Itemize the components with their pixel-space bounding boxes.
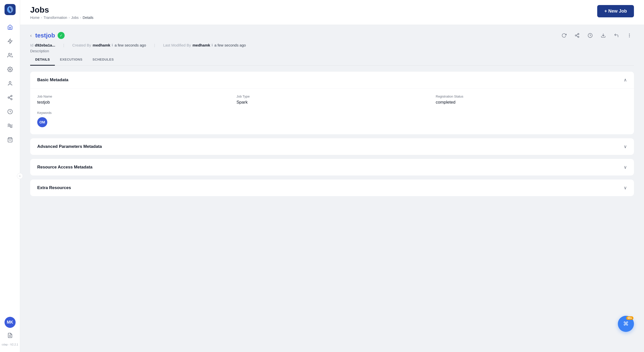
basic-metadata-body: Job Name testjob Job Type Spark Registra… [30,88,634,134]
job-name: testjob [35,32,55,39]
app-logo[interactable] [5,4,16,15]
field-registration-status: Registration Status completed [436,95,627,105]
tab-details[interactable]: DETAILS [30,54,55,66]
job-meta: Id d92eba1a... | Created By medhamk ℹ a … [30,43,634,47]
sidebar-item-bag[interactable] [4,134,16,146]
svg-marker-1 [8,39,12,43]
job-panel: ‹ testjob ✓ [20,25,644,206]
svg-point-2 [8,53,10,55]
meta-modified: Last Modified By medhamk ℹ a few seconds… [163,43,246,47]
notification-badge[interactable]: ⌘ 99+ [618,316,634,332]
meta-sep-2: | [154,43,155,47]
field-job-type-value: Spark [236,100,428,105]
meta-id-value: d92eba1a... [35,43,55,47]
breadcrumb-transformation[interactable]: Transformation [44,16,67,20]
svg-point-5 [11,95,12,97]
basic-metadata-chevron: ∧ [624,77,627,83]
job-description-label: Description [30,49,634,53]
more-icon[interactable] [625,31,634,40]
svg-point-7 [11,99,12,100]
sidebar-item-filter[interactable] [4,35,16,47]
created-info-icon: ℹ [112,43,113,47]
svg-line-17 [576,36,578,37]
page-header: Jobs Home › Transformation › Jobs › Deta… [20,0,644,25]
field-job-type: Job Type Spark [236,95,428,105]
resource-access-title: Resource Access Metadata [37,165,93,170]
page-title: Jobs [30,5,93,15]
sidebar-item-clock[interactable] [4,106,16,118]
breadcrumb-jobs[interactable]: Jobs [71,16,79,20]
content-area: ‹ testjob ✓ [20,25,644,352]
job-status-icon: ✓ [58,32,65,39]
sidebar-item-waves[interactable] [4,120,16,132]
field-reg-status-label: Registration Status [436,95,627,98]
download-icon[interactable] [599,31,608,40]
meta-modified-label: Last Modified By [163,43,191,47]
advanced-params-title: Advanced Parameters Metadata [37,144,102,149]
back-button[interactable]: ‹ [30,33,32,38]
header-left: Jobs Home › Transformation › Jobs › Deta… [30,5,93,20]
svg-point-14 [578,33,579,35]
meta-sep-1: | [63,43,64,47]
meta-created-time: a few seconds ago [114,43,146,47]
meta-id-label: Id [30,43,33,47]
field-job-name-label: Job Name [37,95,228,98]
tab-executions[interactable]: EXECUTIONS [55,54,88,66]
sidebar-expand-btn[interactable]: › [17,173,23,179]
docs-icon[interactable] [5,330,16,341]
svg-point-6 [8,97,9,98]
sidebar: › MK cdap - V2.2.1 [0,0,20,352]
meta-created-by: medhamk [93,43,110,47]
extra-resources-header[interactable]: Extra Resources ∨ [30,180,634,196]
svg-point-15 [575,35,577,36]
app-version: cdap - V2.2.1 [2,343,18,348]
refresh-icon[interactable] [559,31,569,40]
meta-id: Id d92eba1a... [30,43,55,47]
notification-count: 99+ [626,316,633,320]
user-avatar[interactable]: MK [5,317,16,328]
sidebar-item-users[interactable] [4,49,16,61]
tabs-bar: DETAILS EXECUTIONS SCHEDULES [30,54,634,66]
svg-line-8 [9,98,11,99]
notification-icon: ⌘ [623,321,629,327]
keyword-badge[interactable]: OM [37,117,47,127]
resource-access-header[interactable]: Resource Access Metadata ∨ [30,159,634,175]
breadcrumb-sep-3: › [80,16,81,19]
history-icon[interactable] [586,31,595,40]
job-header: ‹ testjob ✓ [30,31,634,40]
keywords-row: Keywords OM [37,111,627,127]
sidebar-item-settings[interactable] [4,63,16,75]
svg-point-23 [629,37,630,37]
meta-created: Created By medhamk ℹ a few seconds ago [72,43,146,47]
sidebar-item-connections[interactable] [4,92,16,104]
svg-point-4 [9,81,11,83]
field-job-name-value: testjob [37,100,228,105]
share-icon[interactable] [573,31,582,40]
basic-metadata-header[interactable]: Basic Metadata ∧ [30,72,634,88]
extra-resources-section: Extra Resources ∨ [30,180,634,196]
svg-point-22 [629,35,630,36]
resource-access-section: Resource Access Metadata ∨ [30,159,634,175]
svg-rect-0 [5,4,16,15]
tab-schedules[interactable]: SCHEDULES [88,54,119,66]
keywords-label: Keywords [37,111,627,115]
meta-modified-time: a few seconds ago [214,43,246,47]
svg-point-16 [578,36,579,38]
meta-created-label: Created By [72,43,91,47]
basic-metadata-section: Basic Metadata ∧ Job Name testjob Job Ty… [30,72,634,134]
advanced-params-chevron: ∨ [624,144,627,149]
field-job-type-label: Job Type [236,95,428,98]
sidebar-item-home[interactable] [4,21,16,33]
undo-icon[interactable] [612,31,621,40]
sidebar-item-person[interactable] [4,77,16,90]
breadcrumb-home[interactable]: Home [30,16,39,20]
new-job-button[interactable]: + New Job [597,5,634,17]
resource-access-chevron: ∨ [624,164,627,170]
field-reg-status-value: completed [436,100,627,105]
extra-resources-title: Extra Resources [37,185,71,190]
advanced-params-header[interactable]: Advanced Parameters Metadata ∨ [30,138,634,155]
extra-resources-chevron: ∨ [624,185,627,191]
job-actions [559,31,634,40]
breadcrumb: Home › Transformation › Jobs › Details [30,16,93,20]
field-job-name: Job Name testjob [37,95,228,105]
